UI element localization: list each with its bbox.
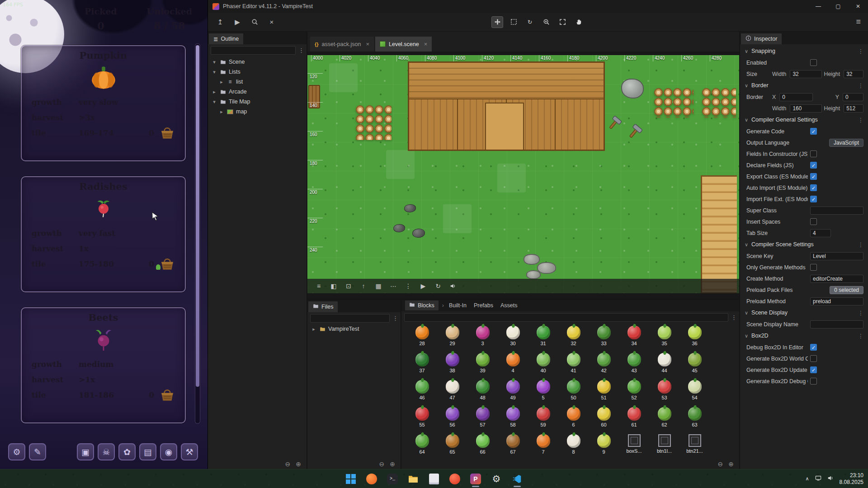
block-item-65[interactable]: 65 (437, 434, 467, 459)
close-tab-icon[interactable]: × (424, 41, 428, 47)
fullscreen-tool-icon[interactable] (557, 16, 568, 28)
border-height-input[interactable]: 512 (844, 104, 863, 113)
tab-outline[interactable]: ≣ Outline (209, 33, 243, 44)
zoom-region-tool-icon[interactable] (540, 16, 552, 28)
scene-object-log-pile[interactable] (702, 88, 736, 117)
export-icon[interactable]: ↥ (214, 16, 226, 28)
scene-object-hammer[interactable] (605, 115, 623, 133)
preload-method-input[interactable]: preload (810, 297, 863, 305)
section-menu-icon[interactable]: ⋮ (858, 82, 864, 89)
taskbar-vscode-icon[interactable] (508, 470, 526, 488)
expand-icon[interactable]: ▾ (212, 69, 217, 75)
tray-chevron-icon[interactable]: ∧ (806, 476, 809, 482)
arrow-up-icon[interactable]: ↑ (360, 282, 367, 290)
blocks-search-input[interactable] (404, 313, 728, 322)
hand-tool-icon[interactable] (573, 16, 585, 28)
zoom-in-icon[interactable]: ⊕ (728, 460, 734, 468)
outline-search-input[interactable] (211, 46, 296, 55)
collapse-icon[interactable]: ∨ (745, 310, 748, 316)
block-item-48[interactable]: 48 (467, 380, 498, 407)
frame-icon[interactable]: ▣ (77, 443, 94, 460)
block-item-67[interactable]: 67 (498, 434, 528, 459)
refresh-icon[interactable]: ↻ (435, 282, 441, 290)
collapse-icon[interactable]: ∨ (745, 83, 748, 89)
close-icon[interactable]: × (266, 16, 278, 28)
breadcrumb-assets[interactable]: Assets (499, 302, 519, 309)
block-item-56[interactable]: 56 (437, 407, 467, 434)
brush-icon[interactable]: ✎ (29, 443, 46, 460)
game-scrollbar-thumb[interactable] (196, 45, 199, 387)
block-item-47[interactable]: 47 (437, 380, 467, 407)
outline-item-map[interactable]: ▸map (208, 107, 307, 117)
fields-in-constructor-js-checkbox[interactable] (810, 150, 817, 157)
block-item-39[interactable]: 39 (467, 353, 498, 380)
block-item-30[interactable]: 30 (498, 326, 528, 353)
hammer-icon[interactable]: ⚒ (181, 443, 198, 460)
generate-box2d-update-world-code-checkbox[interactable]: ✓ (810, 366, 817, 373)
scene-display-name-input[interactable] (810, 320, 863, 328)
auto-import-es-module-checkbox[interactable]: ✓ (810, 184, 817, 191)
collapse-icon[interactable]: ∨ (745, 117, 748, 123)
speaker-icon[interactable] (450, 283, 456, 289)
main-menu-icon[interactable]: ≡ (856, 17, 861, 27)
block-item-28[interactable]: 28 (407, 326, 437, 353)
tab-level-scene[interactable]: Level.scene× (375, 37, 432, 52)
border-x-input[interactable]: 0 (779, 93, 813, 101)
play-icon[interactable]: ▶ (420, 282, 426, 290)
outline-item-scene[interactable]: ▾Scene (208, 57, 307, 67)
block-item-36[interactable]: 36 (679, 326, 710, 353)
zoom-out-icon[interactable]: ⊖ (379, 460, 385, 468)
block-item-34[interactable]: 34 (619, 326, 649, 353)
block-item-7[interactable]: 7 (528, 434, 558, 459)
super-class-input[interactable] (810, 206, 863, 215)
zoom-in-icon[interactable]: ⊕ (296, 460, 301, 468)
block-item-55[interactable]: 55 (407, 407, 437, 434)
scene-object-fence[interactable] (308, 85, 320, 108)
block-item-42[interactable]: 42 (589, 353, 619, 380)
block-item-5[interactable]: 5 (528, 380, 558, 407)
size-height-input[interactable]: 32 (844, 70, 863, 78)
section-menu-icon[interactable]: ⋮ (858, 333, 864, 339)
crate-icon[interactable]: ▤ (139, 443, 156, 460)
outline-item-tile-map[interactable]: ▾Tile Map (208, 97, 307, 107)
scene-object-rock-dark[interactable] (412, 229, 425, 238)
taskbar-settings-icon[interactable]: ⚙ (487, 470, 505, 488)
block-item-44[interactable]: 44 (649, 353, 679, 380)
block-item-35[interactable]: 35 (649, 326, 679, 353)
basket-icon[interactable] (160, 257, 175, 271)
minimize-button[interactable]: — (808, 0, 828, 13)
taskbar-terminal-icon[interactable]: >_ (383, 470, 401, 488)
layout-icon[interactable]: ◧ (330, 282, 337, 290)
section-menu-icon[interactable]: ⋮ (858, 310, 864, 316)
block-item-59[interactable]: 59 (528, 407, 558, 434)
block-item-58[interactable]: 58 (498, 407, 528, 434)
scene-object-dock[interactable] (701, 175, 737, 293)
block-item-29[interactable]: 29 (437, 326, 467, 353)
basket-icon[interactable] (160, 126, 175, 140)
zoom-out-icon[interactable]: ⊖ (285, 460, 291, 468)
block-item-63[interactable]: 63 (679, 407, 710, 434)
scene-object-rock-dark[interactable] (404, 204, 416, 212)
debug-box2d-in-editor-checkbox[interactable]: ✓ (810, 344, 817, 351)
scene-object-log-pile[interactable] (654, 88, 693, 117)
border-width-input[interactable]: 160 (790, 104, 821, 113)
import-file-ext-es-module-checkbox[interactable]: ✓ (810, 196, 817, 202)
grid-icon[interactable]: ▦ (375, 282, 382, 290)
block-item-43[interactable]: 43 (619, 353, 649, 380)
marquee-tool-icon[interactable] (508, 16, 519, 28)
block-item-51[interactable]: 51 (589, 380, 619, 407)
block-item-37[interactable]: 37 (407, 353, 437, 380)
scene-object-log-pile[interactable] (355, 105, 392, 140)
tab-files[interactable]: Files (308, 301, 338, 312)
taskbar-browser-icon[interactable] (363, 470, 381, 488)
expand-icon[interactable]: ▾ (212, 99, 217, 105)
generate-box2d-debug-code-checkbox[interactable] (810, 378, 817, 385)
block-item-btn1l[interactable]: btn1l... (649, 434, 679, 459)
crop-card-pumpkin[interactable]: Pumpkingrowthvery slowharvest>3xtile169-… (21, 45, 186, 161)
block-item-9[interactable]: 9 (589, 434, 619, 459)
scene-object-rock-gray[interactable] (621, 79, 644, 99)
block-item-33[interactable]: 33 (589, 326, 619, 353)
skull-icon[interactable]: ☠ (98, 443, 115, 460)
zoom-in-icon[interactable]: ⊕ (390, 460, 395, 468)
section-menu-icon[interactable]: ⋮ (858, 48, 864, 55)
